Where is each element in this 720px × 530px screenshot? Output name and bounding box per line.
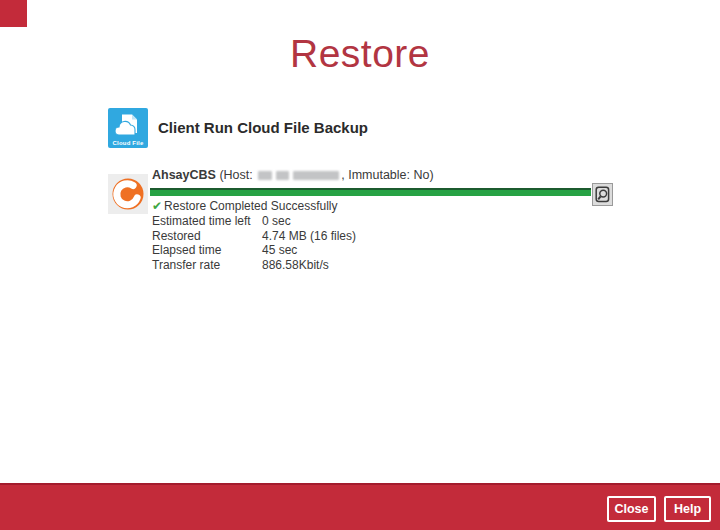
check-icon: ✔: [152, 199, 162, 213]
status-line: ✔Restore Completed Successfully: [150, 199, 591, 213]
magnifier-icon: [595, 186, 610, 203]
host-prefix: (Host:: [219, 168, 256, 182]
view-log-button[interactable]: [592, 183, 613, 206]
stat-value: 4.74 MB (16 files): [262, 229, 356, 244]
job-title-line: AhsayCBS (Host: , Immutable: No): [150, 168, 591, 185]
stat-label: Restored: [152, 229, 262, 244]
redacted-host-segment: [276, 171, 289, 180]
stat-row-transfer-rate: Transfer rate 886.58Kbit/s: [152, 258, 591, 273]
stat-value: 45 sec: [262, 243, 297, 258]
cloud-file-icon: Cloud File: [108, 108, 148, 148]
status-text: Restore Completed Successfully: [164, 199, 337, 213]
server-name: AhsayCBS: [152, 168, 216, 182]
ahsaycbs-icon: [108, 174, 148, 214]
footer-bar: Close Help: [0, 483, 720, 530]
restore-screen: Restore Cloud File Client Run Cloud File…: [0, 0, 720, 530]
page-title: Restore: [0, 32, 720, 76]
stat-label: Elapsed time: [152, 243, 262, 258]
backup-set-name: Client Run Cloud File Backup: [158, 119, 368, 136]
stat-row-elapsed-time: Elapsed time 45 sec: [152, 243, 591, 258]
help-button[interactable]: Help: [664, 496, 711, 522]
stat-value: 886.58Kbit/s: [262, 258, 329, 273]
stat-row-restored: Restored 4.74 MB (16 files): [152, 229, 591, 244]
ahsaycbs-icon-graphic: [108, 174, 148, 214]
stat-label: Transfer rate: [152, 258, 262, 273]
stat-row-estimated-time: Estimated time left 0 sec: [152, 214, 591, 229]
job-stats: Estimated time left 0 sec Restored 4.74 …: [150, 214, 591, 272]
stat-value: 0 sec: [262, 214, 291, 229]
redacted-host-segment: [258, 171, 272, 180]
redacted-host-segment: [293, 171, 339, 180]
progress-bar: [150, 188, 591, 196]
host-suffix: , Immutable: No): [341, 168, 433, 182]
stat-label: Estimated time left: [152, 214, 262, 229]
restore-job-details: AhsayCBS (Host: , Immutable: No) ✔Restor…: [150, 168, 591, 272]
corner-accent: [0, 0, 27, 27]
cloud-file-icon-caption: Cloud File: [108, 140, 148, 146]
close-button[interactable]: Close: [607, 496, 656, 522]
